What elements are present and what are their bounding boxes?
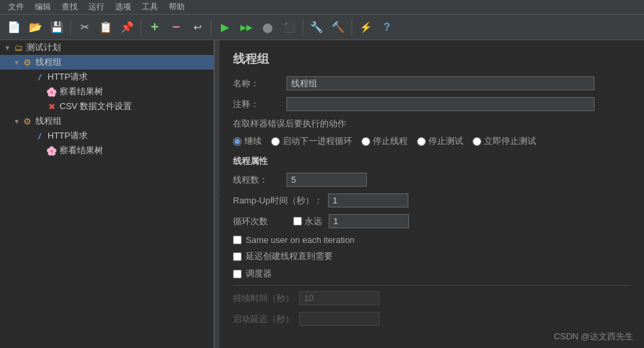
- clear-button[interactable]: ↩: [187, 17, 208, 37]
- delay-create-label: 延迟创建线程直到需要: [246, 250, 333, 262]
- menu-find[interactable]: 查找: [56, 0, 83, 14]
- gear-icon-tg2: ⚙: [21, 115, 33, 127]
- save-button[interactable]: 💾: [47, 17, 67, 37]
- sep1: [70, 19, 71, 35]
- panel-resize-handle[interactable]: · · ·: [214, 40, 220, 348]
- menu-file[interactable]: 文件: [3, 0, 29, 14]
- open-button[interactable]: 📂: [25, 17, 46, 37]
- tree-item-http1[interactable]: / HTTP请求: [0, 70, 214, 84]
- name-row: 名称：: [233, 76, 631, 90]
- same-user-row: Same user on each iteration: [233, 235, 631, 245]
- stop-button[interactable]: ⬤: [258, 17, 278, 37]
- add-button[interactable]: +: [145, 17, 165, 37]
- result2-label: 察看结果树: [60, 145, 103, 157]
- scheduler-checkbox[interactable]: [233, 270, 242, 278]
- action-radio-group: 继续 启动下一进程循环 停止线程 停止测试 立即停止测试: [233, 135, 631, 147]
- csv-icon: ✖: [46, 100, 58, 112]
- start-no-pause-button[interactable]: ▶▶: [236, 17, 256, 37]
- loop-count-label: 循环次数: [233, 215, 287, 228]
- radio-stop-thread[interactable]: 停止线程: [361, 135, 408, 147]
- http2-label: HTTP请求: [48, 130, 88, 142]
- sep3: [211, 19, 212, 35]
- menu-run[interactable]: 运行: [83, 0, 110, 14]
- duration-row: 持续时间（秒）: [233, 291, 631, 305]
- tg1-label: 线程组: [35, 56, 62, 68]
- radio-next-loop-input[interactable]: [271, 137, 280, 146]
- menubar: 文件 编辑 查找 运行 选项 工具 帮助: [0, 0, 644, 15]
- same-user-label: Same user on each iteration: [246, 235, 355, 245]
- menu-tools[interactable]: 工具: [137, 0, 163, 14]
- function-helper-button[interactable]: ⚡: [355, 17, 376, 37]
- tree-item-thread-group-1[interactable]: ▼ ⚙ 线程组: [0, 55, 214, 70]
- radio-next-loop-label: 启动下一进程循环: [283, 135, 352, 147]
- name-input[interactable]: [287, 76, 594, 90]
- arrow-test-plan: ▼: [3, 44, 12, 52]
- thread-count-input[interactable]: [287, 173, 367, 187]
- radio-stop-test-label: 停止测试: [428, 135, 463, 147]
- radio-stop-thread-input[interactable]: [361, 137, 370, 146]
- thread-props-section: 线程属性 线程数： Ramp-Up时间（秒）： 循环次数 永远: [233, 155, 631, 326]
- thread-count-label: 线程数：: [233, 174, 287, 186]
- paste-button[interactable]: 📌: [117, 17, 137, 37]
- tree-item-result2[interactable]: 🌸 察看结果树: [0, 143, 214, 158]
- radio-stop-test[interactable]: 停止测试: [417, 135, 463, 147]
- tree-item-test-plan[interactable]: ▼ 🗂 测试计划: [0, 40, 214, 55]
- new-button[interactable]: 📄: [4, 17, 24, 37]
- thread-props-title: 线程属性: [233, 155, 631, 167]
- ramp-up-label: Ramp-Up时间（秒）：: [233, 195, 323, 207]
- tree-item-result1[interactable]: 🌸 察看结果树: [0, 84, 214, 99]
- radio-continue-label: 继续: [244, 135, 262, 147]
- copy-button[interactable]: 📋: [96, 17, 116, 37]
- duration-input: [299, 291, 380, 305]
- radio-stop-thread-label: 停止线程: [373, 135, 408, 147]
- menu-options[interactable]: 选项: [110, 0, 137, 14]
- comment-row: 注释：: [233, 97, 631, 111]
- cut-button[interactable]: ✂: [74, 17, 94, 37]
- tree-item-thread-group-2[interactable]: ▼ ⚙ 线程组: [0, 114, 214, 128]
- comment-input[interactable]: [287, 97, 594, 111]
- radio-stop-now-input[interactable]: [473, 137, 481, 146]
- help-button[interactable]: ?: [377, 17, 397, 37]
- panel-title: 线程组: [233, 51, 631, 67]
- same-user-checkbox[interactable]: [233, 236, 242, 244]
- remote-start-button[interactable]: 🔧: [307, 17, 327, 37]
- radio-next-loop[interactable]: 启动下一进程循环: [271, 135, 352, 147]
- gear-icon-tg1: ⚙: [21, 56, 33, 68]
- startup-delay-label: 启动延迟（秒）: [233, 313, 294, 325]
- comment-label: 注释：: [233, 98, 287, 110]
- left-panel: ▼ 🗂 测试计划 ▼ ⚙ 线程组 / HTTP请求 🌸 察看结果树 ✖ CSV …: [0, 40, 214, 348]
- http-icon-2: /: [33, 130, 46, 142]
- ramp-up-row: Ramp-Up时间（秒）：: [233, 193, 631, 207]
- observer-icon-2: 🌸: [46, 145, 58, 157]
- stop-now-button[interactable]: ⬛: [279, 17, 299, 37]
- radio-continue[interactable]: 继续: [233, 135, 262, 147]
- result1-label: 察看结果树: [60, 86, 103, 98]
- forever-check-label[interactable]: 永远: [293, 215, 322, 228]
- scheduler-row: 调度器: [233, 268, 631, 280]
- ramp-up-input[interactable]: [328, 193, 408, 207]
- radio-stop-test-input[interactable]: [417, 137, 426, 146]
- delay-create-checkbox[interactable]: [233, 252, 242, 261]
- start-button[interactable]: ▶: [215, 17, 235, 37]
- forever-checkbox[interactable]: [293, 217, 302, 226]
- radio-continue-input[interactable]: [233, 137, 242, 146]
- tree-item-csv[interactable]: ✖ CSV 数据文件设置: [0, 99, 214, 114]
- radio-stop-now-label: 立即停止测试: [484, 135, 536, 147]
- right-panel: 线程组 名称： 注释： 在取样器错误后要执行的动作 继续 启动下一进程循环 停止…: [220, 40, 644, 348]
- startup-delay-row: 启动延迟（秒）: [233, 312, 631, 326]
- loop-count-input[interactable]: [329, 214, 409, 228]
- testplan-icon: 🗂: [12, 41, 24, 54]
- menu-help[interactable]: 帮助: [163, 0, 190, 14]
- delay-create-row: 延迟创建线程直到需要: [233, 250, 631, 262]
- remove-button[interactable]: −: [166, 17, 186, 37]
- name-label: 名称：: [233, 78, 287, 90]
- csv-label: CSV 数据文件设置: [60, 100, 132, 112]
- radio-stop-now[interactable]: 立即停止测试: [473, 135, 536, 147]
- sep5: [351, 19, 352, 35]
- testplan-label: 测试计划: [26, 41, 61, 54]
- menu-edit[interactable]: 编辑: [29, 0, 56, 14]
- tree-item-http2[interactable]: / HTTP请求: [0, 128, 214, 143]
- template-button[interactable]: 🔨: [328, 17, 348, 37]
- forever-label: 永远: [305, 215, 322, 228]
- observer-icon-1: 🌸: [46, 86, 58, 98]
